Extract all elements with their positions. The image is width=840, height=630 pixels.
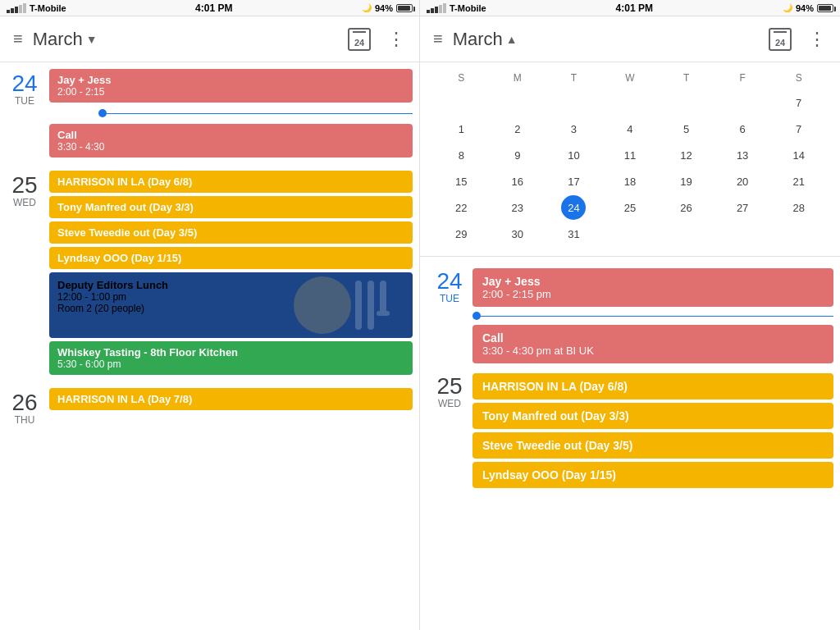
month-arrow-right[interactable]: ▲ <box>506 33 518 46</box>
deputy-location: Room 2 (20 people) <box>57 303 404 314</box>
calendar-weekdays: S M T W T F S <box>433 69 827 87</box>
hamburger-menu-right[interactable]: ≡ <box>433 30 443 48</box>
cal-day-23[interactable]: 23 <box>505 195 530 220</box>
time-indicator <box>49 109 413 117</box>
cal-day-3[interactable]: 3 <box>561 116 586 141</box>
event-harrison-7[interactable]: HARRISON IN LA (Day 7/8) <box>49 388 413 410</box>
time-left: 4:01 PM <box>195 2 232 14</box>
right-day-num-25: 25 <box>427 375 472 398</box>
more-menu-right[interactable]: ⋮ <box>808 29 827 50</box>
day-row-26: 26 Thu HARRISON IN LA (Day 7/8) <box>0 381 419 432</box>
cal-day-26[interactable]: 26 <box>674 195 699 220</box>
cal-day-30[interactable]: 30 <box>505 221 530 246</box>
event-lyndsay-1[interactable]: Lyndsay OOO (Day 1/15) <box>49 247 413 269</box>
cal-day-24-today[interactable]: 24 <box>561 195 586 220</box>
cal-day-14[interactable]: 14 <box>787 143 811 167</box>
hamburger-menu-left[interactable]: ≡ <box>13 30 23 48</box>
right-event-jay-jess[interactable]: Jay + Jess 2:00 - 2:15 pm <box>472 268 833 307</box>
signal-icon <box>7 3 26 13</box>
right-event-call[interactable]: Call 3:30 - 4:30 pm at BI UK <box>472 325 833 363</box>
signal-icon-right <box>427 3 446 13</box>
right-event-list: 24 Tue Jay + Jess 2:00 - 2:15 pm Call 3:… <box>420 257 840 630</box>
right-day-name-25: Wed <box>427 398 472 409</box>
cal-day-16[interactable]: 16 <box>505 169 530 194</box>
time-dot-right <box>472 312 481 320</box>
day-row-25: 25 Wed HARRISON IN LA (Day 6/8) Tony Man… <box>0 164 419 381</box>
cal-day-13[interactable]: 13 <box>730 143 755 167</box>
cal-day-5[interactable]: 5 <box>674 116 699 141</box>
cal-day-21[interactable]: 21 <box>787 169 811 194</box>
cal-day-28[interactable]: 28 <box>787 195 811 220</box>
day-num-26: 26 <box>0 391 49 414</box>
cal-day-12[interactable]: 12 <box>674 143 699 167</box>
right-event-harrison-6[interactable]: HARRISON IN LA (Day 6/8) <box>472 373 833 399</box>
right-day-name-24: Tue <box>427 293 472 304</box>
right-day-row-24: 24 Tue Jay + Jess 2:00 - 2:15 pm Call 3:… <box>420 263 840 368</box>
event-whiskey[interactable]: Whiskey Tasting - 8th Floor Kitchen 5:30… <box>49 341 413 375</box>
left-scroll-area: 24 Tue Jay + Jess 2:00 - 2:15 Call 3:30 … <box>0 62 419 630</box>
cal-day-27[interactable]: 27 <box>730 195 755 220</box>
right-header: ≡ March ▲ 24 ⋮ <box>420 16 840 62</box>
cal-day-20[interactable]: 20 <box>730 169 755 194</box>
more-menu-left[interactable]: ⋮ <box>387 29 406 50</box>
deputy-title: Deputy Editors Lunch <box>57 279 404 291</box>
event-harrison-6[interactable]: HARRISON IN LA (Day 6/8) <box>49 171 413 193</box>
day-name-25: Wed <box>0 197 49 208</box>
time-line-right <box>481 316 833 317</box>
cal-day-17[interactable]: 17 <box>561 169 586 194</box>
day-name-26: Thu <box>0 414 49 426</box>
moon-icon: 🌙 <box>362 3 372 12</box>
moon-icon-right: 🌙 <box>783 3 792 12</box>
cal-day-7[interactable]: 7 <box>787 90 811 115</box>
right-day-num-24: 24 <box>427 270 472 293</box>
cal-day-29[interactable]: 29 <box>449 221 473 246</box>
right-event-tony-3[interactable]: Tony Manfred out (Day 3/3) <box>472 403 833 429</box>
cal-day-15[interactable]: 15 <box>449 169 473 194</box>
event-jay-jess[interactable]: Jay + Jess 2:00 - 2:15 <box>49 69 413 103</box>
cal-day-19[interactable]: 19 <box>674 169 699 194</box>
cal-day-22[interactable]: 22 <box>449 195 473 220</box>
day-num-24: 24 <box>0 72 49 95</box>
event-steve-3[interactable]: Steve Tweedie out (Day 3/5) <box>49 221 413 244</box>
right-day-row-25: 25 Wed HARRISON IN LA (Day 6/8) Tony Man… <box>420 368 840 493</box>
carrier-left: T-Mobile <box>30 3 66 13</box>
cal-day-8[interactable]: 8 <box>449 143 473 167</box>
deputy-time: 12:00 - 1:00 pm <box>57 291 404 303</box>
event-tony-3[interactable]: Tony Manfred out (Day 3/3) <box>49 196 413 218</box>
month-arrow-left[interactable]: ▼ <box>86 33 98 46</box>
cal-day-25[interactable]: 25 <box>618 195 642 220</box>
battery-right: 94% <box>796 3 814 13</box>
carrier-right: T-Mobile <box>450 3 486 13</box>
right-event-steve-3[interactable]: Steve Tweedie out (Day 3/5) <box>472 432 833 459</box>
month-title-left: March <box>33 29 83 50</box>
cal-day-11[interactable]: 11 <box>618 143 642 167</box>
right-event-lyndsay-1[interactable]: Lyndsay OOO (Day 1/15) <box>472 462 833 488</box>
cal-day-31[interactable]: 31 <box>561 221 586 246</box>
battery-left: 94% <box>375 3 393 13</box>
cal-day-10[interactable]: 10 <box>561 143 586 167</box>
cal-day-2[interactable]: 2 <box>505 116 530 141</box>
event-call[interactable]: Call 3:30 - 4:30 <box>49 124 413 158</box>
day-name-24: Tue <box>0 95 49 107</box>
left-header: ≡ March ▼ 24 ⋮ <box>0 16 419 62</box>
cal-day-1[interactable]: 1 <box>449 116 473 141</box>
cal-day-7b[interactable]: 7 <box>787 116 811 141</box>
calendar-today-btn-left[interactable]: 24 <box>345 25 374 54</box>
event-deputy-lunch[interactable]: Deputy Editors Lunch 12:00 - 1:00 pm Roo… <box>49 272 413 338</box>
mini-calendar: S M T W T F S 7 <box>420 62 840 257</box>
cal-day-18[interactable]: 18 <box>618 169 642 194</box>
day-row-24: 24 Tue Jay + Jess 2:00 - 2:15 Call 3:30 … <box>0 62 419 164</box>
cal-day-4[interactable]: 4 <box>618 116 642 141</box>
day-num-25: 25 <box>0 174 49 197</box>
month-title-right: March <box>453 29 503 50</box>
time-right: 4:01 PM <box>616 2 653 14</box>
cal-day-9[interactable]: 9 <box>505 143 530 167</box>
calendar-today-btn-right[interactable]: 24 <box>765 25 795 54</box>
cal-day-6[interactable]: 6 <box>730 116 755 141</box>
